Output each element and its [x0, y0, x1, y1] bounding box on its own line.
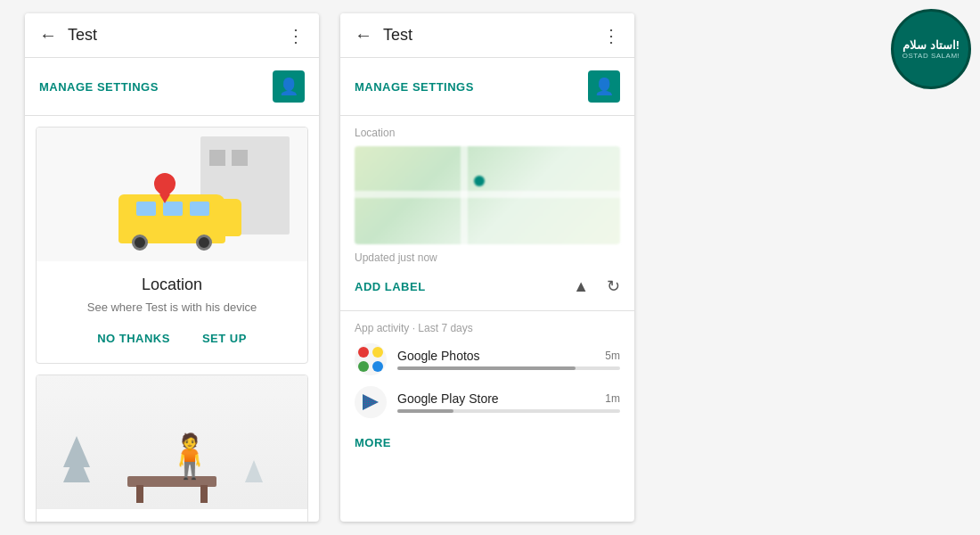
map-road-horizontal — [355, 191, 620, 198]
ostad-salam-logo: !استاد سلام OSTAD SALAM! — [891, 9, 971, 89]
updated-text: Updated just now — [355, 251, 620, 264]
tree-left — [63, 436, 90, 482]
panels-wrapper: ← Test ⋮ MANAGE SETTINGS 👤 — [0, 0, 659, 535]
left-panel-content: Location See where Test is with his devi… — [25, 116, 319, 522]
pinwheel-icon — [358, 347, 383, 372]
google-photos-info: Google Photos 5m — [397, 349, 620, 370]
bus-scene — [37, 128, 307, 261]
app-activity-illustration: 🧍 — [37, 375, 307, 509]
app-item-google-photos: Google Photos 5m — [355, 343, 620, 375]
location-illustration — [37, 128, 307, 261]
play-store-bar-bg — [397, 409, 620, 413]
right-panel-title: Test — [383, 26, 602, 45]
right-location-label: Location — [355, 127, 620, 139]
map-actions: ADD LABEL ▲ ↻ — [355, 273, 620, 303]
right-location-section: Location Updated just now ADD LABEL ▲ ↻ — [340, 116, 634, 311]
right-manage-settings-bar[interactable]: MANAGE SETTINGS 👤 — [340, 58, 634, 116]
bus-wheel-left — [132, 235, 148, 251]
location-card-desc: See where Test is with his device — [51, 300, 293, 316]
play-store-time: 1m — [605, 392, 620, 405]
petal-green — [358, 361, 369, 372]
location-card-actions: NO THANKS SET UP — [51, 328, 293, 349]
right-phone-panel: ← Test ⋮ MANAGE SETTINGS 👤 Location — [340, 13, 634, 522]
play-store-bar-fill — [397, 409, 453, 413]
right-settings-icon-box[interactable]: 👤 — [588, 70, 620, 103]
google-photos-bar-bg — [397, 366, 620, 370]
location-card-body: Location See where Test is with his devi… — [37, 261, 307, 363]
location-card-title: Location — [51, 276, 293, 294]
add-label-button[interactable]: ADD LABEL — [355, 280, 555, 293]
left-panel-title: Test — [68, 26, 287, 45]
map-road-vertical — [461, 146, 468, 244]
petal-blue — [372, 361, 383, 372]
left-phone-panel: ← Test ⋮ MANAGE SETTINGS 👤 — [25, 13, 319, 522]
play-store-name-row: Google Play Store 1m — [397, 391, 620, 406]
app-activity-card-body: App activity See which apps Test uses mo… — [37, 509, 307, 522]
main-container: ← Test ⋮ MANAGE SETTINGS 👤 — [0, 0, 980, 535]
app-item-play-store: Google Play Store 1m — [355, 386, 620, 418]
play-store-info: Google Play Store 1m — [397, 391, 620, 413]
right-panel-content: Location Updated just now ADD LABEL ▲ ↻ — [340, 116, 634, 522]
play-store-name: Google Play Store — [397, 391, 499, 406]
logo-latin-text: OSTAD SALAM! — [902, 52, 960, 60]
google-photos-icon — [355, 343, 387, 375]
right-panel-header: ← Test ⋮ — [340, 13, 634, 58]
right-back-button[interactable]: ← — [355, 25, 372, 45]
petal-red — [358, 347, 369, 358]
person-figure: 🧍 — [163, 435, 216, 478]
right-app-activity-section: App activity · Last 7 days — [340, 311, 634, 464]
tree-right — [245, 460, 263, 482]
left-more-button[interactable]: ⋮ — [287, 25, 305, 46]
app-activity-card: 🧍 App activity See which apps Test uses … — [36, 374, 308, 522]
right-more-button[interactable]: ⋮ — [602, 25, 620, 46]
bus-front — [222, 199, 241, 236]
left-manage-settings-bar[interactable]: MANAGE SETTINGS 👤 — [25, 58, 319, 116]
bus-window-1 — [136, 202, 156, 216]
map-location-dot — [474, 176, 485, 186]
bus-window-3 — [190, 202, 209, 216]
google-photos-name: Google Photos — [397, 349, 480, 363]
left-settings-icon-box[interactable]: 👤 — [273, 70, 305, 103]
refresh-icon[interactable]: ↻ — [607, 276, 620, 296]
no-thanks-button[interactable]: NO THANKS — [90, 328, 177, 349]
set-up-button[interactable]: SET UP — [195, 328, 254, 349]
play-store-icon — [355, 386, 387, 418]
bus-window-2 — [163, 202, 183, 216]
left-panel-header: ← Test ⋮ — [25, 13, 319, 58]
settings-person-icon: 👤 — [279, 77, 298, 96]
petal-yellow — [372, 347, 383, 358]
logo-persian-text: !استاد سلام — [902, 38, 960, 53]
map-preview[interactable] — [355, 146, 620, 244]
more-button[interactable]: MORE — [355, 429, 620, 457]
location-pin — [154, 173, 176, 203]
play-icon — [358, 390, 383, 415]
google-photos-time: 5m — [605, 350, 620, 362]
left-back-button[interactable]: ← — [39, 25, 57, 45]
google-photos-bar-fill — [397, 366, 576, 370]
right-settings-person-icon: 👤 — [594, 77, 614, 96]
navigate-icon[interactable]: ▲ — [573, 277, 589, 296]
right-manage-settings-label: MANAGE SETTINGS — [355, 80, 474, 94]
left-manage-settings-label: MANAGE SETTINGS — [39, 80, 159, 94]
location-card: Location See where Test is with his devi… — [36, 127, 308, 364]
app-activity-scene: 🧍 — [37, 375, 307, 509]
bus-wheel-right — [196, 235, 212, 251]
app-activity-section-header: App activity · Last 7 days — [355, 322, 620, 334]
google-photos-name-row: Google Photos 5m — [397, 349, 620, 363]
